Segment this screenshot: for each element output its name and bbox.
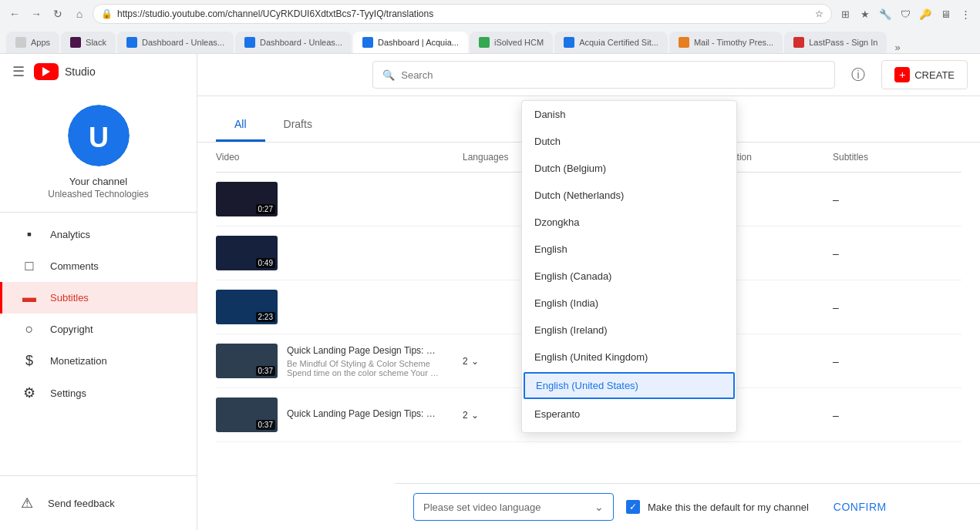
dropdown-item-english[interactable]: English (522, 236, 736, 263)
sidebar-item-comments[interactable]: □ Comments (0, 250, 197, 282)
grid-icon[interactable]: ⊞ (837, 5, 854, 22)
video-thumbnail-5[interactable]: 0:37 (216, 398, 278, 432)
video-title-4: Quick Landing Page Design Tips: Be Mi... (287, 345, 441, 356)
sidebar-header: ☰ Studio (0, 54, 197, 89)
browser-chrome: ← → ↻ ⌂ 🔒 https://studio.youtube.com/cha… (0, 0, 980, 54)
tab-drafts[interactable]: Drafts (265, 109, 331, 142)
video-desc2-4: Spend time on the color scheme Your web.… (287, 368, 441, 377)
video-cell-4: 0:37 Quick Landing Page Design Tips: Be … (216, 344, 463, 378)
dropdown-item-english-us[interactable]: English (United States) (524, 372, 735, 399)
browser-icons: ⊞ ★ 🔧 🛡 🔑 🖥 ⋮ (837, 5, 974, 22)
studio-text: Studio (65, 65, 96, 78)
video-cell-3: 2:23 (216, 290, 463, 324)
tab-favicon-apps (15, 37, 26, 48)
dropdown-item-english-india[interactable]: English (India) (522, 290, 736, 317)
star-icon: ☆ (815, 8, 823, 19)
reload-button[interactable]: ↻ (49, 5, 66, 22)
tab-label-isolved: iSolved HCM (494, 38, 544, 47)
tab-acquia-cert[interactable]: Acquia Certified Sit... (554, 32, 668, 53)
home-button[interactable]: ⌂ (71, 5, 88, 22)
tab-favicon-lastpass (793, 37, 804, 48)
lang-dropdown-icon-4[interactable]: ⌄ (471, 356, 479, 367)
video-title-5: Quick Landing Page Design Tips: Embe... (287, 408, 441, 419)
dropdown-item-english-ireland[interactable]: English (Ireland) (522, 317, 736, 344)
ext1-icon[interactable]: 🔧 (877, 5, 894, 22)
tab-label-lastpass: LastPass - Sign In (809, 38, 877, 47)
tab-favicon-dash1 (126, 37, 137, 48)
sidebar-item-copyright[interactable]: ○ Copyright (0, 314, 197, 345)
dropdown-item-english-canada[interactable]: English (Canada) (522, 263, 736, 290)
more-icon[interactable]: ⋮ (957, 5, 974, 22)
header-subtitles: Subtitles (833, 152, 925, 163)
tabs-more-button[interactable]: » (888, 42, 906, 53)
language-select-placeholder: Please set video language (423, 501, 541, 513)
video-thumbnail-1[interactable]: 0:27 (216, 182, 278, 216)
yt-studio-logo[interactable]: Studio (34, 63, 96, 80)
settings-icon: ⚙ (21, 384, 38, 401)
app-container: ☰ Studio U Your channel Unleashed Techno… (0, 54, 980, 530)
tab-all[interactable]: All (216, 109, 265, 142)
tab-isolved[interactable]: iSolved HCM (470, 32, 553, 53)
sidebar-nav: ▪ Analytics □ Comments ▬ Subtitles ○ Cop… (0, 213, 197, 475)
sidebar-item-analytics-label: Analytics (50, 229, 90, 240)
dropdown-item-dzongkha[interactable]: Dzongkha (522, 209, 736, 236)
sidebar-item-subtitles[interactable]: ▬ Subtitles (0, 282, 197, 314)
dropdown-item-english-uk[interactable]: English (United Kingdom) (522, 344, 736, 371)
dropdown-item-danish[interactable]: Danish (522, 101, 736, 128)
checkbox-icon: ✓ (626, 500, 640, 514)
forward-button[interactable]: → (28, 5, 45, 22)
ext4-icon[interactable]: 🖥 (937, 5, 954, 22)
dropdown-item-estonian[interactable]: Estonian (522, 428, 736, 432)
video-thumbnail-4[interactable]: 0:37 (216, 344, 278, 378)
video-duration-3: 2:23 (256, 312, 275, 322)
video-thumbnail-3[interactable]: 2:23 (216, 290, 278, 324)
sidebar-item-comments-label: Comments (50, 260, 99, 272)
sidebar: ☰ Studio U Your channel Unleashed Techno… (0, 54, 197, 530)
language-dropdown[interactable]: Danish Dutch Dutch (Belgium) Dutch (Neth… (521, 100, 737, 433)
ext3-icon[interactable]: 🔑 (917, 5, 934, 22)
lang-count-4: 2 (463, 356, 468, 367)
video-cell-2: 0:49 (216, 236, 463, 270)
sidebar-item-analytics[interactable]: ▪ Analytics (0, 219, 197, 250)
dropdown-item-dutch-belgium[interactable]: Dutch (Belgium) (522, 155, 736, 182)
subtitles-status-2: – (833, 247, 925, 260)
tab-slack[interactable]: Slack (61, 32, 116, 53)
sidebar-item-monetization[interactable]: $ Monetization (0, 345, 197, 377)
tab-mail[interactable]: Mail - Timothy Pres... (669, 32, 783, 53)
hamburger-menu-button[interactable]: ☰ (12, 63, 25, 80)
video-thumbnail-2[interactable]: 0:49 (216, 236, 278, 270)
sidebar-item-settings[interactable]: ⚙ Settings (0, 377, 197, 409)
tab-lastpass[interactable]: LastPass - Sign In (784, 32, 887, 53)
search-input[interactable] (401, 69, 825, 81)
browser-toolbar: ← → ↻ ⌂ 🔒 https://studio.youtube.com/cha… (0, 0, 980, 28)
tab-dashboard1[interactable]: Dashboard - Unleas... (117, 32, 234, 53)
address-bar[interactable]: 🔒 https://studio.youtube.com/channel/UCy… (93, 4, 832, 24)
video-duration-5: 0:37 (256, 420, 275, 430)
dropdown-item-dutch-netherlands[interactable]: Dutch (Netherlands) (522, 182, 736, 209)
tab-apps[interactable]: Apps (6, 32, 59, 53)
language-select[interactable]: Please set video language ⌄ (413, 493, 614, 521)
confirm-button[interactable]: CONFIRM (821, 495, 899, 519)
lang-dropdown-icon-5[interactable]: ⌄ (471, 410, 479, 421)
tab-dashboard2[interactable]: Dashboard - Unleas... (235, 32, 352, 53)
sidebar-item-subtitles-label: Subtitles (50, 292, 89, 304)
language-dropdown-list[interactable]: Danish Dutch Dutch (Belgium) Dutch (Neth… (522, 101, 736, 432)
tab-favicon-dash2 (244, 37, 255, 48)
tab-favicon-acquia-cert (564, 37, 574, 48)
search-bar[interactable]: 🔍 (372, 61, 835, 89)
ext2-icon[interactable]: 🛡 (897, 5, 914, 22)
tab-label-mail: Mail - Timothy Pres... (694, 38, 773, 47)
comments-icon: □ (21, 258, 38, 274)
send-feedback-button[interactable]: ⚠ Send feedback (19, 488, 178, 518)
video-cell-5: 0:37 Quick Landing Page Design Tips: Emb… (216, 398, 463, 432)
star-fav-icon[interactable]: ★ (857, 5, 874, 22)
lang-count-5: 2 (463, 410, 468, 421)
default-checkbox-wrapper[interactable]: ✓ Make this the default for my channel (626, 500, 809, 514)
search-icon: 🔍 (382, 69, 395, 81)
back-button[interactable]: ← (6, 5, 23, 22)
tab-acquia[interactable]: Dashboard | Acquia... (353, 32, 468, 53)
dropdown-item-esperanto[interactable]: Esperanto (522, 401, 736, 428)
help-button[interactable]: ⓘ (844, 61, 872, 89)
dropdown-item-dutch[interactable]: Dutch (522, 128, 736, 155)
create-button[interactable]: + CREATE (881, 60, 968, 89)
